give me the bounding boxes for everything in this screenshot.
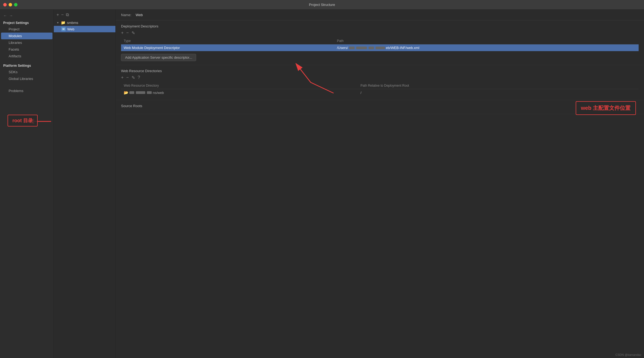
close-button[interactable]	[3, 3, 7, 6]
module-icon: W	[61, 27, 66, 31]
tree-toolbar: + − ⧉	[54, 11, 115, 19]
source-roots-section: Source Roots	[116, 100, 644, 114]
tree-pane: + − ⧉ ▼ 📁 smbms W Web	[54, 10, 116, 358]
tree-root-item[interactable]: ▼ 📁 smbms	[54, 19, 115, 26]
sidebar-item-libraries[interactable]: Libraries	[1, 39, 52, 46]
sidebar-item-project[interactable]: Project	[1, 26, 52, 33]
add-descriptor-button[interactable]: Add Application Server specific descript…	[121, 54, 196, 61]
sidebar-item-sdks[interactable]: SDKs	[1, 69, 52, 75]
folder-small-icon: 📂	[124, 90, 128, 95]
platform-settings-title: Platform Settings	[0, 62, 54, 69]
titlebar: Project Structure	[0, 0, 644, 10]
dd-path-cell: /Users/ eb/WEB-INF/web.xml	[334, 44, 639, 51]
maximize-button[interactable]	[14, 3, 17, 6]
blur-1	[349, 47, 355, 49]
deployment-descriptors-section: Deployment Descriptors + − ✎ Type Path W…	[116, 20, 644, 65]
tree-web-label: Web	[67, 27, 75, 31]
sidebar-item-artifacts[interactable]: Artifacts	[1, 53, 52, 59]
tree-root-label: smbms	[67, 21, 78, 25]
web-resource-directories-title: Web Resource Directories	[121, 69, 639, 73]
tree-chevron-icon: ▼	[56, 21, 59, 24]
wrd-col-path: Path Relative to Deployment Root	[358, 82, 639, 89]
dd-col-type: Type	[121, 38, 334, 44]
web-resource-directories-section: Web Resource Directories + − ✎ ? Web Res…	[116, 65, 644, 100]
back-button[interactable]: ←	[3, 13, 7, 18]
content-pane: Name: Deployment Descriptors + − ✎ Type …	[116, 10, 644, 358]
tree-web-item[interactable]: W Web	[54, 26, 115, 32]
web-resource-directories-table: Web Resource Directory Path Relative to …	[121, 82, 639, 96]
dd-add-button[interactable]: +	[121, 30, 123, 36]
project-settings-title: Project Settings	[0, 19, 54, 26]
blur-4	[376, 47, 385, 49]
tree-copy-button[interactable]: ⧉	[66, 12, 69, 17]
wrd-remove-button[interactable]: −	[126, 75, 129, 80]
content-header: Name:	[116, 10, 644, 20]
wrd-col-dir: Web Resource Directory	[121, 82, 358, 89]
deployment-descriptors-table: Type Path Web Module Deployment Descript…	[121, 38, 639, 51]
wrd-path-cell: /	[358, 89, 639, 96]
main-layout: ← → Project Settings Project Modules Lib…	[0, 10, 644, 358]
sidebar-item-modules[interactable]: Modules	[1, 33, 52, 39]
minimize-button[interactable]	[9, 3, 12, 6]
blur-3	[369, 47, 374, 49]
blur-5	[129, 91, 134, 94]
tree-remove-button[interactable]: −	[61, 12, 63, 17]
tree-add-button[interactable]: +	[56, 12, 59, 17]
deployment-descriptors-title: Deployment Descriptors	[121, 24, 639, 28]
path-suffix: eb/WEB-INF/web.xml	[386, 46, 419, 50]
dd-type-cell: Web Module Deployment Descriptor	[121, 44, 334, 51]
wrd-edit-button[interactable]: ✎	[132, 75, 135, 80]
wrd-help-button[interactable]: ?	[138, 75, 140, 80]
blur-2	[356, 47, 367, 49]
web-resource-directories-toolbar: + − ✎ ?	[121, 75, 639, 80]
blur-6	[136, 91, 145, 94]
path-prefix: /Users/	[337, 46, 348, 50]
sidebar: ← → Project Settings Project Modules Lib…	[0, 10, 54, 358]
table-row[interactable]: Web Module Deployment Descriptor /Users/…	[121, 44, 639, 51]
dd-edit-button[interactable]: ✎	[132, 30, 135, 36]
name-input[interactable]	[135, 12, 182, 17]
source-roots-title: Source Roots	[121, 104, 639, 108]
sidebar-item-problems[interactable]: Problems	[1, 87, 52, 94]
dd-remove-button[interactable]: −	[126, 30, 129, 36]
sidebar-item-facets[interactable]: Facets	[1, 46, 52, 53]
name-label: Name:	[121, 13, 131, 17]
table-row[interactable]: 📂 ns/web /	[121, 89, 639, 96]
forward-button[interactable]: →	[9, 13, 13, 18]
window-title: Project Structure	[309, 3, 335, 7]
dd-col-path: Path	[334, 38, 639, 44]
folder-icon: 📁	[61, 20, 65, 25]
sidebar-item-global-libraries[interactable]: Global Libraries	[1, 75, 52, 82]
blur-7	[147, 91, 152, 94]
nav-back-row: ← →	[0, 12, 54, 19]
wrd-dir-suffix: ns/web	[153, 91, 164, 95]
wrd-add-button[interactable]: +	[121, 75, 123, 80]
watermark: CSDN @kamandaz	[615, 353, 641, 356]
wrd-dir-cell: 📂 ns/web	[121, 89, 358, 96]
deployment-descriptors-toolbar: + − ✎	[121, 30, 639, 36]
traffic-lights	[3, 3, 17, 6]
